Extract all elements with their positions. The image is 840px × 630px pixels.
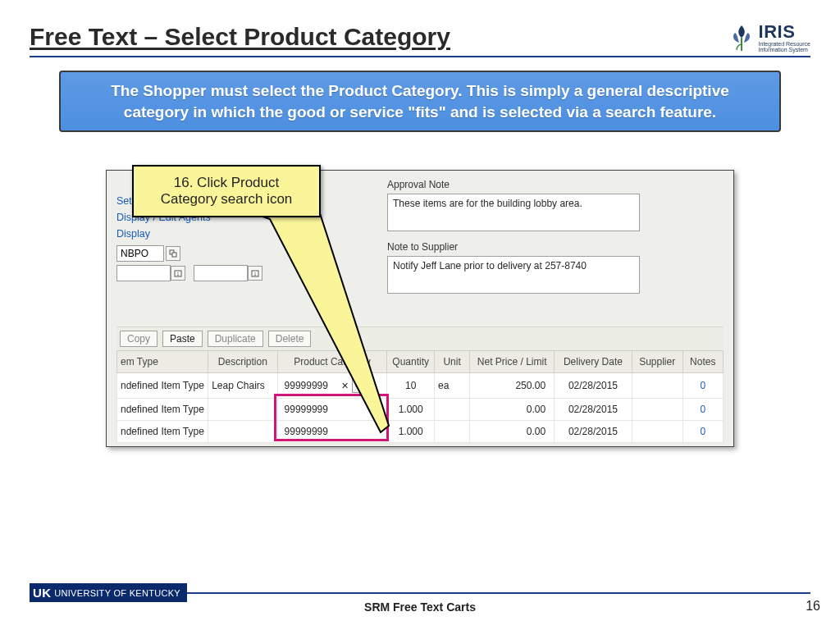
cell-net-price[interactable]: 0.00 [470,399,555,421]
paste-button[interactable]: Paste [162,331,203,347]
date-input-1[interactable] [116,265,171,281]
cell-delivery[interactable]: 02/28/2015 [555,373,632,399]
nbpo-input[interactable] [116,245,164,262]
supplier-note-textarea[interactable]: Notify Jeff Lane prior to delivery at 25… [387,256,640,294]
table-row: ndefined Item TypeLeap Chairs99999999✕10… [117,373,724,399]
cell-notes[interactable]: 0 [682,399,723,421]
search-help-icon[interactable] [166,246,180,261]
instruction-banner: The Shopper must select the Product Cate… [59,71,781,132]
col-net-price: Net Price / Limit [470,351,555,373]
callout-pointer-icon [245,211,418,441]
approval-note-label: Approval Note [387,179,724,190]
cell-notes[interactable]: 0 [682,373,723,399]
line-items-table: em Type Description Product Category Qua… [116,350,724,443]
calendar-icon[interactable]: 1 [171,266,185,281]
uk-text: UNIVERSITY OF KENTUCKY [54,588,180,598]
cell-item-type: ndefined Item Type [117,421,208,443]
cell-net-price[interactable]: 250.00 [470,373,555,399]
date-input-2[interactable] [194,265,248,281]
cell-delivery[interactable]: 02/28/2015 [555,399,632,421]
title-underline [30,56,810,57]
col-supplier: Supplier [632,351,682,373]
slide-title: Free Text – Select Product Category [30,23,450,51]
iris-text-line2: Information System [759,47,810,52]
col-item-type: em Type [117,351,208,373]
cell-supplier[interactable] [632,373,682,399]
footer-center-title: SRM Free Text Carts [0,600,840,614]
page-number: 16 [806,599,820,614]
cell-net-price[interactable]: 0.00 [470,421,555,443]
cell-unit[interactable]: ea [434,373,469,399]
iris-logo: IRIS Integrated Resource Information Sys… [729,23,810,52]
approval-note-textarea[interactable]: These items are for the building lobby a… [387,194,640,231]
svg-marker-0 [245,211,389,432]
cell-item-type: ndefined Item Type [117,399,208,421]
uk-logo-badge: UK UNIVERSITY OF KENTUCKY [30,583,187,602]
col-delivery-date: Delivery Date [555,351,632,373]
table-row: ndefined Item Type999999991.0000.0002/28… [117,399,724,421]
col-unit: Unit [434,351,469,373]
iris-text-line1: Integrated Resource [759,41,810,47]
grid-toolbar: Copy Paste Duplicate Delete [116,326,724,350]
table-row: ndefined Item Type999999991.0000.0002/28… [117,421,724,443]
cell-delivery[interactable]: 02/28/2015 [555,421,632,443]
cell-supplier[interactable] [632,399,682,421]
step-callout: 16. Click Product Category search icon [132,165,321,217]
cell-item-type: ndefined Item Type [117,373,208,399]
svg-rect-2 [172,253,176,257]
supplier-note-label: Note to Supplier [387,241,724,253]
cell-unit[interactable] [434,421,469,443]
iris-flower-icon [729,23,754,52]
cell-supplier[interactable] [632,421,682,443]
cell-notes[interactable]: 0 [682,421,723,443]
cell-unit[interactable] [434,399,469,421]
col-notes: Notes [682,351,723,373]
iris-text-big: IRIS [759,23,810,41]
copy-button[interactable]: Copy [120,331,158,347]
